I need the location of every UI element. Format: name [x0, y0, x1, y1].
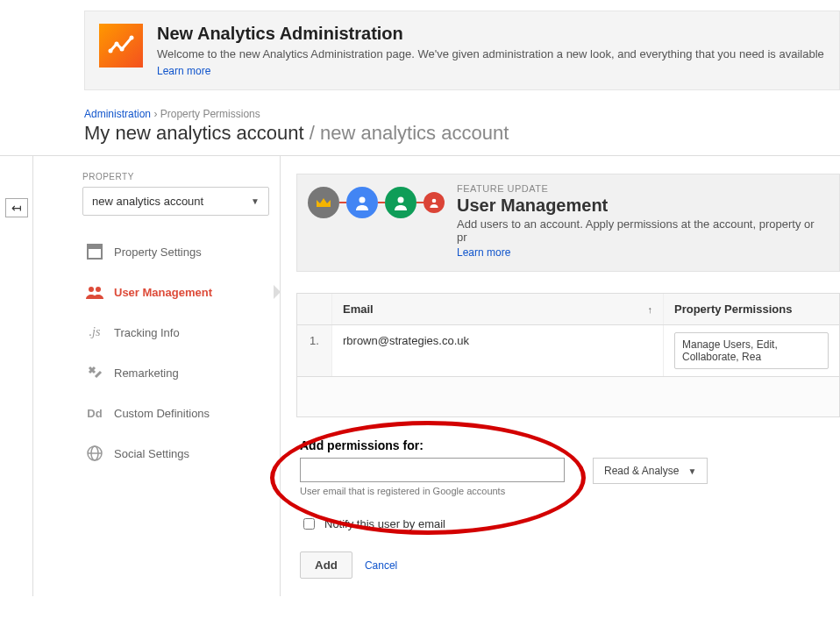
chevron-down-icon: ▼ — [251, 196, 260, 206]
feature-body: Add users to an account. Apply permissio… — [457, 217, 822, 244]
person-icon — [346, 187, 378, 218]
sidebar-item-label: Remarketing — [114, 366, 179, 380]
table-header: Email ↑ Property Permissions — [297, 294, 839, 325]
feature-update-box: FEATURE UPDATE User Management Add users… — [296, 174, 840, 272]
col-email[interactable]: Email ↑ — [332, 294, 664, 324]
feature-learn-more-link[interactable]: Learn more — [457, 246, 510, 259]
notify-label: Notify this user by email — [324, 517, 445, 530]
add-heading: Add permissions for: — [300, 438, 840, 452]
feature-title: User Management — [457, 196, 822, 216]
feature-text: FEATURE UPDATE User Management Add users… — [457, 183, 822, 259]
row-email: rbrown@strategies.co.uk — [332, 325, 664, 376]
sidebar-item-label: Property Settings — [114, 245, 202, 259]
svg-point-2 — [120, 47, 125, 52]
permission-pill[interactable]: Manage Users, Edit, Collaborate, Rea — [674, 332, 829, 369]
sidebar-item-custom-definitions[interactable]: Dd Custom Definitions — [82, 393, 269, 433]
svg-point-6 — [89, 287, 94, 292]
permission-dropdown[interactable]: Read & Analyse ▼ — [593, 458, 708, 484]
person-icon — [424, 192, 445, 213]
svg-point-0 — [109, 49, 113, 53]
remarketing-icon — [86, 364, 103, 381]
sidebar-section-label: PROPERTY — [82, 172, 269, 181]
table-footer-spacer — [296, 377, 840, 417]
feature-eyebrow: FEATURE UPDATE — [457, 183, 822, 194]
permission-levels-icon — [308, 183, 445, 218]
sidebar-item-property-settings[interactable]: Property Settings — [82, 231, 269, 272]
sidebar-item-remarketing[interactable]: Remarketing — [82, 352, 269, 393]
svg-point-3 — [130, 36, 134, 40]
sidebar-item-label: User Management — [114, 286, 212, 299]
sidebar-item-label: Custom Definitions — [114, 407, 210, 420]
account-name: My new analytics account — [84, 122, 304, 144]
main-content: FEATURE UPDATE User Management Add users… — [281, 156, 840, 596]
row-index: 1. — [297, 325, 332, 376]
banner-learn-more-link[interactable]: Learn more — [157, 65, 210, 77]
page-title: My new analytics account / new analytics… — [84, 122, 840, 145]
settings-grid-icon — [86, 243, 103, 260]
back-button[interactable]: ↤ — [5, 198, 28, 217]
svg-rect-5 — [88, 245, 102, 249]
table-row[interactable]: 1. rbrown@strategies.co.uk Manage Users,… — [297, 325, 839, 377]
svg-point-11 — [359, 197, 366, 203]
sidebar: PROPERTY new analytics account ▼ Propert… — [33, 156, 281, 596]
add-actions: Add Cancel — [300, 551, 840, 579]
add-permissions-section: Add permissions for: User email that is … — [296, 438, 840, 579]
sidebar-item-tracking-info[interactable]: .js Tracking Info — [82, 312, 269, 352]
banner-text: New Analytics Administration Welcome to … — [157, 24, 824, 77]
sidebar-item-social-settings[interactable]: Social Settings — [82, 433, 269, 473]
svg-point-1 — [115, 42, 119, 46]
row-permissions: Manage Users, Edit, Collaborate, Rea — [664, 325, 839, 376]
add-button[interactable]: Add — [300, 551, 352, 579]
sort-asc-icon: ↑ — [648, 304, 653, 315]
admin-banner: New Analytics Administration Welcome to … — [84, 11, 840, 90]
crown-icon — [308, 187, 339, 218]
add-email-hint: User email that is registered in Google … — [300, 486, 840, 496]
left-rail: ↤ — [0, 156, 33, 596]
person-icon — [385, 187, 416, 218]
sidebar-item-label: Tracking Info — [114, 326, 180, 339]
user-table: Email ↑ Property Permissions 1. rbrown@s… — [296, 293, 840, 377]
permission-dropdown-value: Read & Analyse — [604, 465, 679, 477]
chevron-down-icon: ▼ — [687, 466, 696, 476]
banner-title: New Analytics Administration — [157, 24, 824, 44]
notify-row: Notify this user by email — [300, 516, 840, 532]
svg-point-12 — [398, 197, 404, 203]
breadcrumb: Administration › Property Permissions — [84, 108, 840, 120]
svg-point-13 — [432, 199, 437, 203]
sidebar-item-user-management[interactable]: User Management — [82, 272, 269, 312]
globe-icon — [86, 445, 103, 462]
svg-point-7 — [96, 287, 101, 292]
add-email-input[interactable] — [300, 458, 565, 482]
banner-body: Welcome to the new Analytics Administrat… — [157, 47, 824, 60]
property-selector-value: new analytics account — [92, 195, 203, 208]
breadcrumb-root[interactable]: Administration — [84, 108, 151, 120]
users-icon — [86, 283, 103, 301]
definitions-icon: Dd — [86, 404, 103, 422]
col-permissions[interactable]: Property Permissions — [664, 294, 839, 324]
cancel-link[interactable]: Cancel — [365, 559, 397, 572]
analytics-logo-icon — [99, 24, 143, 68]
sidebar-item-label: Social Settings — [114, 447, 189, 460]
js-icon: .js — [86, 324, 103, 341]
property-selector[interactable]: new analytics account ▼ — [82, 187, 269, 216]
property-name: new analytics account — [320, 122, 509, 144]
notify-checkbox[interactable] — [303, 518, 315, 530]
breadcrumb-current: Property Permissions — [160, 108, 260, 120]
